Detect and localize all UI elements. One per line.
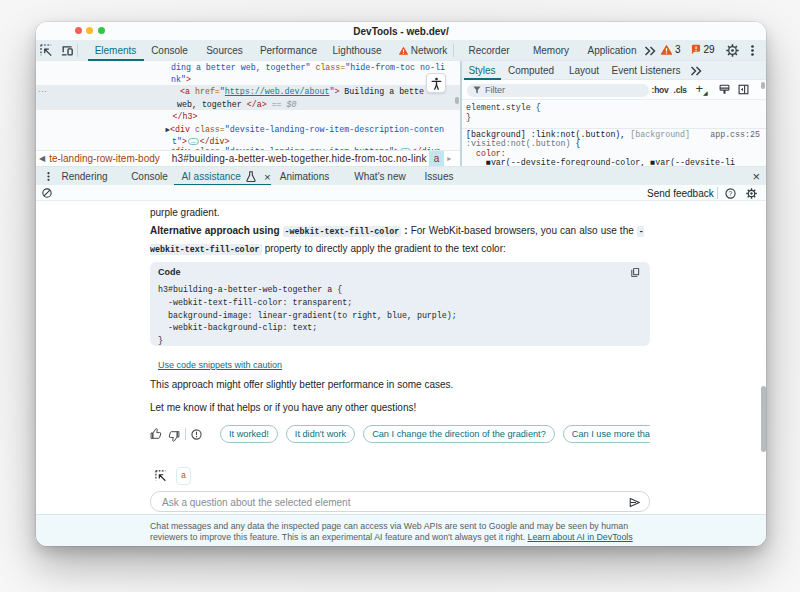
- svg-text:?: ?: [729, 189, 733, 196]
